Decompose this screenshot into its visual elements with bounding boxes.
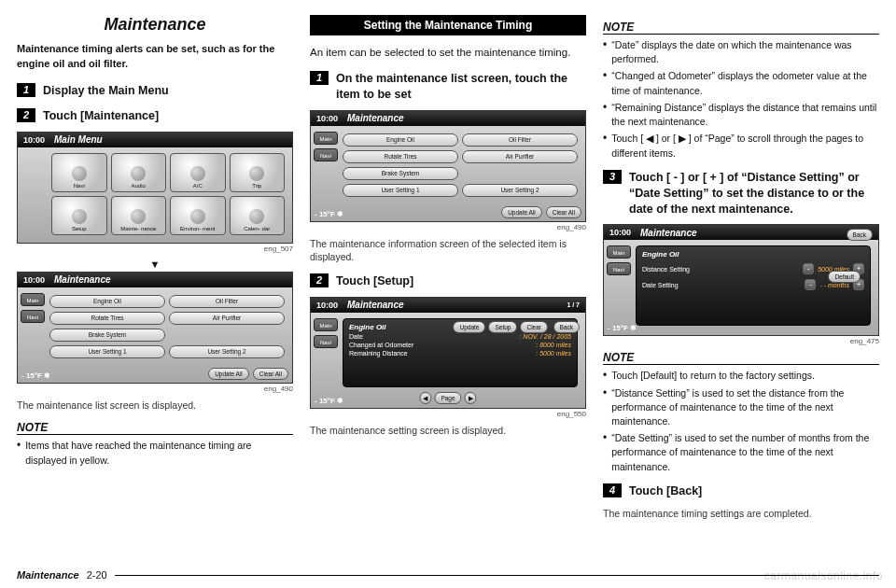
column-3: NOTE “Date” displays the date on which t… — [603, 15, 879, 543]
note-list-2: Touch [Default] to return to the factory… — [603, 369, 879, 474]
screenshot-maintenance-detail: 10:00 Maintenance 1 / 7 Main Navi Engine… — [310, 297, 586, 409]
menu-cell[interactable]: Environ- ment — [170, 196, 226, 235]
page-footer: Maintenance 2-20 — [17, 569, 879, 581]
image-caption: eng_490 — [17, 385, 293, 393]
row-label: Date — [349, 333, 363, 340]
note-heading: NOTE — [603, 21, 879, 35]
side-button-navi[interactable]: Navi — [21, 310, 45, 323]
page-prev-icon[interactable]: ◀ — [419, 392, 431, 404]
shot-time: 10:00 — [316, 114, 338, 123]
list-item[interactable]: Rotate Tires — [49, 312, 165, 325]
step-3-text: Touch [ - ] or [ + ] of “Distance Settin… — [629, 170, 879, 217]
list-item[interactable]: Brake System — [49, 329, 165, 342]
menu-cell[interactable]: Setup — [51, 196, 107, 235]
step-1-number: 1 — [17, 83, 35, 97]
list-item[interactable]: User Setting 1 — [343, 184, 458, 197]
menu-cell[interactable]: A/C — [170, 153, 226, 192]
row-label: Changed at Odometer — [349, 342, 413, 348]
shot-time: 10:00 — [23, 275, 45, 285]
section-intro: An item can be selected to set the maint… — [310, 45, 586, 62]
cell-label: A/C — [193, 183, 203, 189]
cell-icon — [249, 166, 264, 181]
image-caption: eng_475 — [603, 337, 879, 345]
side-button-navi[interactable]: Navi — [314, 148, 338, 161]
step-4-text: Touch [Back] — [629, 483, 879, 499]
step-4-number: 4 — [603, 483, 622, 497]
list-item[interactable]: User Setting 2 — [169, 345, 285, 358]
shot-title: Main Menu — [54, 134, 103, 145]
section-heading: Setting the Maintenance Timing — [310, 15, 586, 35]
cell-label: Trip — [252, 183, 261, 189]
distance-setting-label: Distance Setting — [642, 266, 690, 273]
list-item[interactable]: Oil Filter — [169, 295, 285, 308]
side-button-navi[interactable]: Navi — [607, 262, 631, 275]
list-item[interactable]: User Setting 1 — [49, 345, 165, 358]
list-item[interactable]: Air Purifier — [169, 312, 285, 325]
main-menu-grid: Navi Audio A/C Trip Setup Mainte- nance … — [51, 153, 285, 235]
menu-cell[interactable]: Calen- dar — [230, 196, 286, 235]
step-2: 2 Touch [Setup] — [310, 273, 586, 289]
temperature-label: - 15°F ❄ — [315, 210, 343, 218]
minus-button[interactable]: - — [805, 279, 816, 290]
minus-button[interactable]: - — [803, 263, 814, 274]
after-text-2: The maintenance setting screen is displa… — [310, 424, 586, 438]
shot-time: 10:00 — [23, 135, 45, 145]
update-button[interactable]: Update — [453, 321, 485, 333]
menu-cell[interactable]: Mainte- nance — [111, 196, 167, 235]
row-value: : 5000 miles — [536, 350, 571, 357]
menu-cell[interactable]: Audio — [111, 153, 167, 192]
side-button-main[interactable]: Main — [21, 293, 45, 306]
list-item[interactable]: Oil Filter — [462, 133, 578, 147]
cell-label: Navi — [74, 183, 85, 189]
side-button-main[interactable]: Main — [314, 132, 338, 145]
list-item[interactable]: Brake System — [343, 167, 458, 180]
default-button[interactable]: Default — [828, 271, 861, 283]
shot-title: Maintenance — [54, 274, 111, 285]
list-item[interactable]: Engine Oil — [343, 133, 458, 147]
clear-button[interactable]: Clear — [520, 321, 548, 333]
image-caption: eng_507 — [17, 245, 293, 253]
step-2-number: 2 — [310, 273, 329, 287]
cell-label: Calen- dar — [244, 226, 270, 231]
list-item[interactable]: Air Purifier — [462, 150, 578, 163]
step-4: 4 Touch [Back] — [603, 483, 879, 499]
side-button-navi[interactable]: Navi — [314, 335, 338, 348]
screenshot-distance-setting: 10:00 Maintenance Back Main Navi Default… — [603, 224, 879, 336]
back-button[interactable]: Back — [847, 229, 873, 241]
menu-cell[interactable]: Trip — [230, 153, 286, 192]
page-next-icon[interactable]: ▶ — [465, 392, 477, 404]
menu-cell[interactable]: Navi — [51, 153, 107, 192]
step-1-number: 1 — [310, 71, 329, 85]
temperature-label: - 15°F ❄ — [21, 371, 50, 380]
step-2-text: Touch [Maintenance] — [43, 108, 293, 124]
down-arrow-icon: ▼ — [17, 259, 293, 270]
maintenance-list-grid: Engine Oil Oil Filter Rotate Tires Air P… — [49, 295, 285, 364]
list-item[interactable]: User Setting 2 — [462, 184, 578, 197]
side-button-main[interactable]: Main — [314, 318, 338, 331]
shot-title: Maintenance — [347, 113, 404, 123]
list-item[interactable]: Rotate Tires — [343, 150, 458, 163]
clear-all-button[interactable]: Clear All — [253, 368, 288, 380]
after-text-1: The maintenance information screen of th… — [310, 237, 586, 264]
update-all-button[interactable]: Update All — [208, 368, 249, 380]
step-3-number: 3 — [603, 170, 622, 184]
cell-icon — [190, 209, 205, 224]
list-item[interactable]: Engine Oil — [49, 295, 165, 308]
setup-button[interactable]: Setup — [488, 321, 517, 333]
date-setting-label: Date Setting — [642, 282, 679, 288]
row-label: Remaining Distance — [349, 350, 408, 357]
page-columns: Maintenance Maintenance timing alerts ca… — [0, 0, 896, 551]
row-value: : NOV. / 28 / 2005 — [519, 333, 571, 340]
clear-all-button[interactable]: Clear All — [546, 206, 581, 218]
shot-time: 10:00 — [609, 228, 631, 237]
cell-icon — [131, 166, 146, 181]
temperature-label: - 15°F ❄ — [608, 324, 637, 332]
cell-icon — [72, 166, 87, 181]
update-all-button[interactable]: Update All — [501, 206, 542, 218]
image-caption: eng_490 — [310, 223, 586, 231]
step-1: 1 Display the Main Menu — [17, 83, 293, 99]
back-button[interactable]: Back — [553, 321, 580, 333]
cell-icon — [131, 209, 146, 224]
side-button-main[interactable]: Main — [607, 245, 631, 259]
intro-text: Maintenance timing alerts can be set, su… — [17, 42, 293, 72]
